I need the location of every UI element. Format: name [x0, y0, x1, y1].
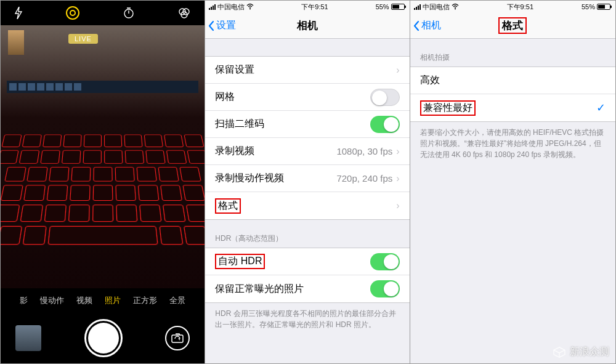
live-photo-icon[interactable] [66, 6, 79, 20]
row-label: 高效 [420, 74, 440, 87]
shutter-button[interactable] [84, 319, 123, 357]
timer-icon[interactable] [123, 7, 135, 19]
toggle-scan-qr[interactable] [370, 116, 400, 133]
row-keep-settings[interactable]: 保留设置 › [205, 57, 409, 84]
row-record-video[interactable]: 录制视频 1080p, 30 fps› [205, 138, 409, 165]
watermark-text: 新浪众测 [570, 346, 609, 358]
nav-header: 相机 格式 [410, 13, 615, 39]
checkmark-icon: ✓ [596, 101, 606, 115]
status-time: 下午9:51 [301, 2, 328, 12]
svg-point-6 [455, 9, 456, 10]
settings-group-1: 保留设置 › 网格 扫描二维码 录制视频 1080p, 30 fps› 录制慢动… [205, 56, 409, 220]
toggle-grid[interactable] [370, 89, 400, 106]
settings-group-hdr: 自动 HDR 保留正常曝光的照片 [205, 248, 409, 303]
mode-slomo[interactable]: 慢动作 [40, 295, 64, 306]
row-formats[interactable]: 格式 › [205, 192, 409, 219]
row-value: 720p, 240 fps [336, 173, 392, 184]
viewfinder-keyboard [1, 130, 205, 288]
mode-photo[interactable]: 照片 [105, 295, 121, 306]
battery-pct: 55% [582, 3, 595, 10]
row-label: 录制视频 [215, 145, 254, 158]
row-high-efficiency[interactable]: 高效 [410, 67, 615, 94]
row-label: 网格 [215, 91, 235, 103]
chevron-right-icon: › [396, 200, 399, 211]
row-grid[interactable]: 网格 [205, 84, 409, 111]
row-scan-qr[interactable]: 扫描二维码 [205, 111, 409, 138]
settings-camera-screenshot: 中国电信 下午9:51 55% 设置 相机 保留设置 › 网格 [205, 1, 410, 363]
watermark: 新浪众测 [553, 346, 609, 358]
group-header-capture: 相机拍摄 [410, 39, 615, 67]
wifi-icon [246, 3, 254, 10]
wifi-icon [452, 3, 459, 10]
row-label: 自动 HDR [215, 254, 265, 269]
camera-shutter-bar [1, 313, 205, 363]
viewfinder-laptop-taskbar [7, 81, 198, 93]
flash-icon[interactable] [14, 7, 23, 19]
back-button[interactable]: 相机 [410, 19, 441, 32]
chevron-right-icon: › [396, 146, 399, 157]
back-button[interactable]: 设置 [205, 19, 236, 32]
camera-top-toolbar [1, 1, 205, 25]
row-record-slomo[interactable]: 录制慢动作视频 720p, 240 fps› [205, 165, 409, 192]
row-most-compatible[interactable]: 兼容性最好 ✓ [410, 94, 615, 121]
status-bar: 中国电信 下午9:51 55% [410, 1, 615, 13]
viewfinder-thumbnail [8, 30, 24, 55]
row-auto-hdr[interactable]: 自动 HDR [205, 248, 409, 275]
group-header-hdr: HDR（高动态范围） [205, 220, 409, 248]
chevron-right-icon: › [396, 65, 399, 76]
row-label: 兼容性最好 [420, 100, 476, 116]
toggle-auto-hdr[interactable] [370, 253, 400, 270]
back-label: 设置 [216, 19, 236, 32]
mode-pano[interactable]: 全景 [169, 295, 185, 306]
format-options-list: 高效 兼容性最好 ✓ [410, 67, 615, 122]
svg-point-5 [249, 9, 251, 10]
row-label: 录制慢动作视频 [215, 172, 284, 185]
format-footnote: 若要缩小文件大小，请使用高效的 HEIF/HEVC 格式拍摄照片和视频。“兼容性… [410, 122, 615, 160]
battery-icon [391, 4, 405, 10]
watermark-logo-icon [553, 347, 566, 358]
status-time: 下午9:51 [507, 2, 533, 12]
filters-icon[interactable] [177, 7, 191, 19]
signal-icon [414, 4, 421, 10]
toggle-keep-normal[interactable] [370, 280, 400, 297]
last-photo-thumbnail[interactable] [15, 325, 41, 351]
settings-format-screenshot: 中国电信 下午9:51 55% 相机 格式 相机拍摄 高效 兼容性最好 [410, 1, 615, 363]
camera-flip-button[interactable] [165, 326, 190, 350]
battery-pct: 55% [376, 3, 389, 10]
back-label: 相机 [421, 19, 441, 32]
camera-app-screenshot: LIVE 影 慢动作 视频 照片 正方形 全景 [1, 1, 205, 363]
camera-mode-bar[interactable]: 影 慢动作 视频 照片 正方形 全景 [1, 288, 205, 313]
status-bar: 中国电信 下午9:51 55% [205, 1, 409, 13]
mode-square[interactable]: 正方形 [133, 295, 157, 306]
chevron-right-icon: › [396, 173, 399, 184]
row-label: 扫描二维码 [215, 118, 264, 131]
signal-icon [209, 4, 216, 10]
battery-icon [597, 4, 610, 10]
row-label: 保留正常曝光的照片 [215, 283, 304, 296]
carrier-label: 中国电信 [217, 2, 245, 12]
mode-video[interactable]: 视频 [76, 295, 92, 306]
nav-header: 设置 相机 [205, 13, 409, 39]
row-label: 格式 [215, 198, 241, 214]
row-value: 1080p, 30 fps [336, 146, 392, 156]
mode-cinematic[interactable]: 影 [20, 295, 28, 306]
hdr-footnote: HDR 会用三张曝光程度各不相同的照片的最佳部分合并出一张照片。存储正常曝光的照… [205, 303, 409, 330]
carrier-label: 中国电信 [423, 2, 450, 12]
row-keep-normal-photo[interactable]: 保留正常曝光的照片 [205, 275, 409, 302]
row-label: 保留设置 [215, 63, 254, 76]
camera-viewfinder[interactable]: LIVE [1, 25, 205, 288]
live-badge: LIVE [68, 34, 98, 44]
